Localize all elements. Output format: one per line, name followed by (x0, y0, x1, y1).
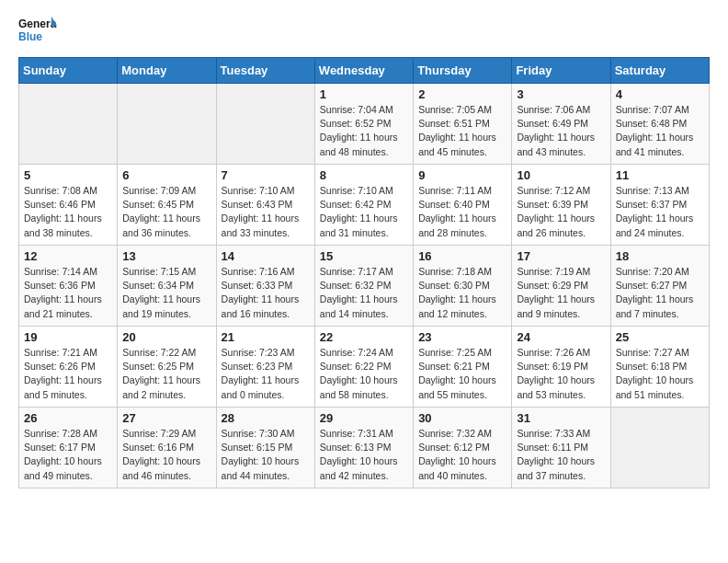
day-info: Sunrise: 7:20 AM Sunset: 6:27 PM Dayligh… (616, 265, 704, 321)
day-info: Sunrise: 7:17 AM Sunset: 6:32 PM Dayligh… (320, 265, 408, 321)
calendar-cell (19, 84, 118, 165)
calendar-cell: 22Sunrise: 7:24 AM Sunset: 6:22 PM Dayli… (314, 327, 413, 408)
svg-text:Blue: Blue (18, 30, 42, 43)
calendar-cell: 4Sunrise: 7:07 AM Sunset: 6:48 PM Daylig… (610, 84, 709, 165)
calendar-cell: 19Sunrise: 7:21 AM Sunset: 6:26 PM Dayli… (19, 327, 118, 408)
day-info: Sunrise: 7:04 AM Sunset: 6:52 PM Dayligh… (320, 103, 408, 159)
day-info: Sunrise: 7:11 AM Sunset: 6:40 PM Dayligh… (418, 184, 506, 240)
calendar-week-2: 5Sunrise: 7:08 AM Sunset: 6:46 PM Daylig… (19, 165, 710, 246)
day-info: Sunrise: 7:10 AM Sunset: 6:43 PM Dayligh… (222, 184, 310, 240)
day-info: Sunrise: 7:05 AM Sunset: 6:51 PM Dayligh… (418, 103, 506, 159)
header-monday: Monday (118, 58, 216, 84)
calendar-cell: 5Sunrise: 7:08 AM Sunset: 6:46 PM Daylig… (19, 165, 118, 246)
header-thursday: Thursday (414, 58, 512, 84)
calendar-cell: 15Sunrise: 7:17 AM Sunset: 6:32 PM Dayli… (314, 246, 413, 327)
calendar-cell: 1Sunrise: 7:04 AM Sunset: 6:52 PM Daylig… (314, 84, 413, 165)
day-info: Sunrise: 7:21 AM Sunset: 6:26 PM Dayligh… (24, 346, 112, 402)
day-info: Sunrise: 7:24 AM Sunset: 6:22 PM Dayligh… (320, 346, 408, 402)
calendar-cell: 29Sunrise: 7:31 AM Sunset: 6:13 PM Dayli… (314, 408, 413, 488)
day-info: Sunrise: 7:06 AM Sunset: 6:49 PM Dayligh… (517, 103, 605, 159)
calendar-cell: 14Sunrise: 7:16 AM Sunset: 6:33 PM Dayli… (216, 246, 314, 327)
day-number: 1 (320, 87, 408, 101)
day-number: 13 (122, 249, 210, 263)
day-number: 17 (517, 249, 605, 263)
day-info: Sunrise: 7:14 AM Sunset: 6:36 PM Dayligh… (24, 265, 112, 321)
day-number: 18 (616, 249, 704, 263)
day-info: Sunrise: 7:18 AM Sunset: 6:30 PM Dayligh… (418, 265, 506, 321)
calendar-cell (216, 84, 314, 165)
logo-svg: General Blue (18, 15, 57, 48)
day-info: Sunrise: 7:12 AM Sunset: 6:39 PM Dayligh… (517, 184, 605, 240)
day-info: Sunrise: 7:25 AM Sunset: 6:21 PM Dayligh… (418, 346, 506, 402)
day-info: Sunrise: 7:27 AM Sunset: 6:18 PM Dayligh… (616, 346, 704, 402)
day-info: Sunrise: 7:08 AM Sunset: 6:46 PM Dayligh… (24, 184, 112, 240)
day-number: 27 (122, 411, 210, 425)
calendar-cell (118, 84, 216, 165)
day-number: 19 (24, 330, 112, 344)
day-number: 3 (517, 87, 605, 101)
calendar-week-5: 26Sunrise: 7:28 AM Sunset: 6:17 PM Dayli… (19, 408, 710, 488)
calendar-week-4: 19Sunrise: 7:21 AM Sunset: 6:26 PM Dayli… (19, 327, 710, 408)
header: General Blue (18, 15, 710, 48)
day-info: Sunrise: 7:13 AM Sunset: 6:37 PM Dayligh… (616, 184, 704, 240)
calendar-cell: 6Sunrise: 7:09 AM Sunset: 6:45 PM Daylig… (118, 165, 216, 246)
day-info: Sunrise: 7:22 AM Sunset: 6:25 PM Dayligh… (122, 346, 210, 402)
day-number: 23 (418, 330, 506, 344)
calendar-cell: 10Sunrise: 7:12 AM Sunset: 6:39 PM Dayli… (512, 165, 610, 246)
day-info: Sunrise: 7:32 AM Sunset: 6:12 PM Dayligh… (418, 427, 506, 483)
day-number: 24 (517, 330, 605, 344)
calendar-cell: 28Sunrise: 7:30 AM Sunset: 6:15 PM Dayli… (216, 408, 314, 488)
day-info: Sunrise: 7:23 AM Sunset: 6:23 PM Dayligh… (222, 346, 310, 402)
day-info: Sunrise: 7:09 AM Sunset: 6:45 PM Dayligh… (122, 184, 210, 240)
day-info: Sunrise: 7:10 AM Sunset: 6:42 PM Dayligh… (320, 184, 408, 240)
day-number: 21 (222, 330, 310, 344)
day-number: 30 (418, 411, 506, 425)
day-number: 26 (24, 411, 112, 425)
day-number: 11 (616, 168, 704, 182)
day-number: 28 (222, 411, 310, 425)
header-wednesday: Wednesday (314, 58, 413, 84)
day-info: Sunrise: 7:19 AM Sunset: 6:29 PM Dayligh… (517, 265, 605, 321)
day-number: 14 (222, 249, 310, 263)
calendar-cell: 30Sunrise: 7:32 AM Sunset: 6:12 PM Dayli… (414, 408, 512, 488)
logo: General Blue (18, 15, 57, 48)
calendar-cell: 31Sunrise: 7:33 AM Sunset: 6:11 PM Dayli… (512, 408, 610, 488)
calendar-cell: 21Sunrise: 7:23 AM Sunset: 6:23 PM Dayli… (216, 327, 314, 408)
header-friday: Friday (512, 58, 610, 84)
header-saturday: Saturday (610, 58, 709, 84)
header-tuesday: Tuesday (216, 58, 314, 84)
calendar-cell: 3Sunrise: 7:06 AM Sunset: 6:49 PM Daylig… (512, 84, 610, 165)
calendar-cell: 16Sunrise: 7:18 AM Sunset: 6:30 PM Dayli… (414, 246, 512, 327)
calendar-cell: 18Sunrise: 7:20 AM Sunset: 6:27 PM Dayli… (610, 246, 709, 327)
day-number: 4 (616, 87, 704, 101)
calendar-cell: 27Sunrise: 7:29 AM Sunset: 6:16 PM Dayli… (118, 408, 216, 488)
day-info: Sunrise: 7:16 AM Sunset: 6:33 PM Dayligh… (222, 265, 310, 321)
calendar-header-row: SundayMondayTuesdayWednesdayThursdayFrid… (19, 58, 710, 84)
calendar-table: SundayMondayTuesdayWednesdayThursdayFrid… (18, 57, 710, 488)
day-number: 5 (24, 168, 112, 182)
calendar-cell: 23Sunrise: 7:25 AM Sunset: 6:21 PM Dayli… (414, 327, 512, 408)
calendar-cell (610, 408, 709, 488)
day-info: Sunrise: 7:15 AM Sunset: 6:34 PM Dayligh… (122, 265, 210, 321)
day-number: 6 (122, 168, 210, 182)
calendar-cell: 20Sunrise: 7:22 AM Sunset: 6:25 PM Dayli… (118, 327, 216, 408)
day-number: 8 (320, 168, 408, 182)
svg-text:General: General (18, 17, 57, 30)
calendar-cell: 7Sunrise: 7:10 AM Sunset: 6:43 PM Daylig… (216, 165, 314, 246)
day-info: Sunrise: 7:31 AM Sunset: 6:13 PM Dayligh… (320, 427, 408, 483)
calendar-cell: 17Sunrise: 7:19 AM Sunset: 6:29 PM Dayli… (512, 246, 610, 327)
day-number: 7 (222, 168, 310, 182)
day-number: 15 (320, 249, 408, 263)
calendar-cell: 12Sunrise: 7:14 AM Sunset: 6:36 PM Dayli… (19, 246, 118, 327)
day-number: 12 (24, 249, 112, 263)
day-number: 10 (517, 168, 605, 182)
day-number: 22 (320, 330, 408, 344)
page-container: General Blue SundayMondayTuesdayWednesda… (0, 0, 728, 498)
day-info: Sunrise: 7:33 AM Sunset: 6:11 PM Dayligh… (517, 427, 605, 483)
day-info: Sunrise: 7:28 AM Sunset: 6:17 PM Dayligh… (24, 427, 112, 483)
day-number: 20 (122, 330, 210, 344)
calendar-cell: 26Sunrise: 7:28 AM Sunset: 6:17 PM Dayli… (19, 408, 118, 488)
day-number: 2 (418, 87, 506, 101)
header-sunday: Sunday (19, 58, 118, 84)
calendar-week-3: 12Sunrise: 7:14 AM Sunset: 6:36 PM Dayli… (19, 246, 710, 327)
